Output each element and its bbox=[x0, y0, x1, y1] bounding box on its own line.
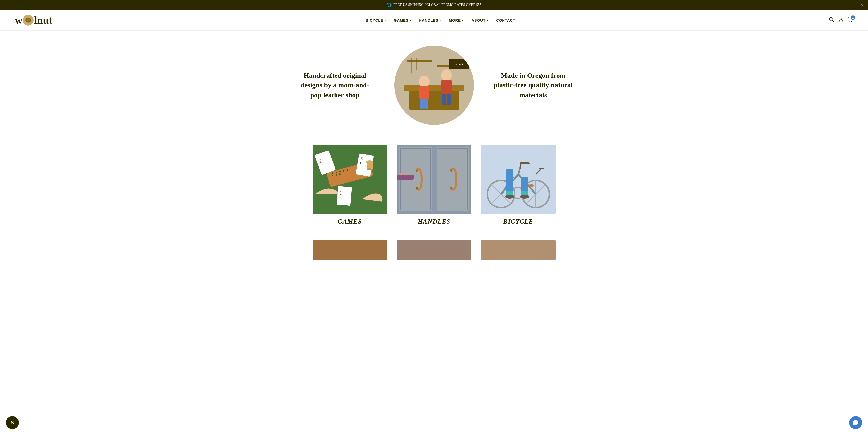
svg-point-4 bbox=[840, 18, 842, 20]
svg-rect-84 bbox=[481, 240, 556, 260]
chevron-down-icon: ▾ bbox=[462, 19, 464, 22]
bicycle-label: BICYCLE bbox=[503, 218, 533, 225]
svg-rect-48 bbox=[437, 147, 469, 211]
svg-rect-19 bbox=[447, 94, 451, 105]
svg-rect-17 bbox=[441, 80, 452, 94]
bottom-card-3[interactable] bbox=[481, 240, 556, 260]
globe-icon: 🌐 bbox=[386, 2, 392, 7]
logo[interactable]: w lnut bbox=[15, 14, 52, 26]
svg-rect-13 bbox=[419, 87, 429, 99]
cart-button[interactable]: 1 bbox=[848, 17, 853, 24]
svg-rect-77 bbox=[521, 177, 528, 192]
announcement-text: FREE US SHIPPING / GLOBAL PROMO RATES OV… bbox=[394, 3, 482, 7]
svg-point-26 bbox=[332, 172, 333, 174]
nav-games[interactable]: GAMES ▾ bbox=[394, 18, 411, 22]
svg-rect-9 bbox=[404, 85, 464, 91]
svg-point-28 bbox=[339, 171, 341, 172]
account-button[interactable] bbox=[838, 17, 844, 24]
announcement-close-button[interactable]: × bbox=[860, 2, 863, 7]
svg-point-81 bbox=[520, 195, 529, 199]
main-nav: BICYCLE ▾ GAMES ▾ HANDLES ▾ MORE ▾ bbox=[366, 18, 516, 22]
svg-rect-55 bbox=[397, 175, 414, 180]
bottom-card-1[interactable] bbox=[313, 240, 387, 260]
nav-icons: 1 bbox=[829, 17, 853, 24]
announcement-bar: 🌐 FREE US SHIPPING / GLOBAL PROMO RATES … bbox=[0, 0, 868, 10]
product-card-bicycle[interactable]: BICYCLE bbox=[481, 144, 556, 225]
product-card-handles[interactable]: HANDLES bbox=[397, 144, 471, 225]
svg-point-33 bbox=[339, 173, 341, 175]
svg-text:♦: ♦ bbox=[339, 193, 341, 196]
svg-rect-82 bbox=[313, 240, 387, 260]
games-image: A ♥ K ♠ 7 ♦ bbox=[313, 144, 387, 214]
svg-point-27 bbox=[336, 172, 337, 173]
bottom-card-2[interactable] bbox=[397, 240, 471, 260]
svg-point-42 bbox=[367, 168, 373, 170]
svg-point-16 bbox=[441, 69, 452, 81]
product-card-games[interactable]: A ♥ K ♠ 7 ♦ GAMES bbox=[313, 144, 387, 225]
chevron-down-icon: ▾ bbox=[439, 19, 441, 22]
svg-point-12 bbox=[419, 75, 430, 88]
svg-rect-56 bbox=[481, 144, 556, 214]
svg-point-32 bbox=[336, 174, 337, 175]
svg-point-29 bbox=[343, 170, 344, 172]
nav-more[interactable]: MORE ▾ bbox=[449, 18, 464, 22]
handles-label: HANDLES bbox=[418, 218, 451, 225]
svg-point-6 bbox=[851, 21, 852, 22]
svg-point-80 bbox=[505, 195, 514, 199]
search-button[interactable] bbox=[829, 17, 834, 24]
handles-image bbox=[397, 144, 471, 214]
chevron-down-icon: ▾ bbox=[384, 19, 386, 22]
svg-line-3 bbox=[832, 20, 834, 22]
chevron-down-icon: ▾ bbox=[410, 19, 411, 22]
logo-walnut-icon bbox=[23, 14, 34, 26]
svg-point-51 bbox=[416, 170, 418, 172]
hero-image: wolnut bbox=[395, 45, 474, 125]
header: w lnut BICYCLE ▾ GAMES ▾ bbox=[0, 10, 868, 31]
logo-text-lnut: lnut bbox=[34, 14, 52, 26]
svg-rect-18 bbox=[442, 94, 446, 105]
svg-rect-83 bbox=[397, 240, 471, 260]
svg-rect-74 bbox=[539, 168, 545, 169]
nav-handles[interactable]: HANDLES ▾ bbox=[419, 18, 441, 22]
svg-rect-43 bbox=[337, 186, 351, 206]
svg-rect-76 bbox=[506, 169, 514, 192]
logo-text-w: w bbox=[15, 14, 22, 26]
svg-rect-15 bbox=[425, 99, 428, 109]
svg-point-31 bbox=[332, 175, 333, 176]
svg-point-30 bbox=[347, 169, 348, 171]
hero-right-text: Made in Oregon from plastic-free quality… bbox=[494, 71, 573, 100]
svg-point-5 bbox=[849, 21, 850, 22]
product-grid: A ♥ K ♠ 7 ♦ GAMES bbox=[0, 140, 868, 240]
svg-point-52 bbox=[416, 187, 418, 189]
svg-rect-41 bbox=[367, 162, 373, 169]
hero-section: Handcrafted original designs by a mom-an… bbox=[0, 31, 868, 140]
svg-point-53 bbox=[451, 170, 453, 172]
svg-rect-14 bbox=[420, 99, 424, 109]
hero-left-text: Handcrafted original designs by a mom-an… bbox=[296, 71, 375, 100]
svg-rect-71 bbox=[520, 162, 529, 164]
cart-count: 1 bbox=[851, 15, 855, 20]
svg-rect-10 bbox=[407, 60, 432, 62]
bottom-row bbox=[0, 240, 868, 260]
svg-point-54 bbox=[451, 187, 453, 189]
nav-bicycle[interactable]: BICYCLE ▾ bbox=[366, 18, 386, 22]
svg-text:wolnut: wolnut bbox=[455, 63, 463, 66]
nav-contact[interactable]: CONTACT bbox=[496, 18, 515, 22]
games-label: GAMES bbox=[338, 218, 362, 225]
nav-about[interactable]: ABOUT ▾ bbox=[471, 18, 488, 22]
chevron-down-icon: ▾ bbox=[487, 19, 488, 22]
bicycle-image bbox=[481, 144, 556, 214]
